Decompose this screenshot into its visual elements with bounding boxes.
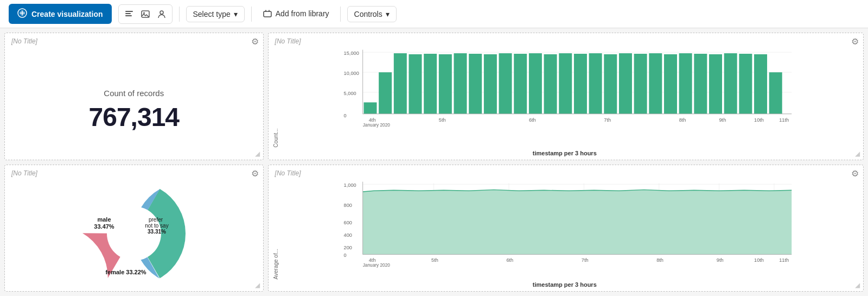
metric-display: Count of records 767,314 <box>5 47 263 160</box>
svg-rect-32 <box>604 54 617 114</box>
svg-text:10,000: 10,000 <box>343 71 359 76</box>
svg-rect-25 <box>499 53 512 114</box>
create-icon <box>17 8 27 20</box>
panel1-resize-handle[interactable]: ◢ <box>255 150 260 158</box>
bar-x-axis-label: timestamp per 3 hours <box>271 148 859 156</box>
svg-text:8th: 8th <box>656 257 663 263</box>
toolbar-divider-2 <box>251 7 252 22</box>
donut-svg: male 33.47% prefer not to say 33.31% fem… <box>74 174 194 292</box>
svg-text:10th: 10th <box>754 117 764 123</box>
svg-rect-18 <box>393 53 406 114</box>
svg-text:8th: 8th <box>679 117 686 123</box>
svg-rect-41 <box>739 54 752 114</box>
svg-rect-26 <box>514 54 527 114</box>
panel2-resize-handle[interactable]: ◢ <box>855 150 860 158</box>
svg-rect-22 <box>454 53 467 114</box>
area-chart-svg: 1,000 800 600 400 200 0 <box>279 179 859 280</box>
panel1-title: [No Title] <box>5 33 263 47</box>
svg-text:prefer: prefer <box>149 217 163 223</box>
svg-rect-3 <box>125 15 132 16</box>
create-visualization-button[interactable]: Create visualization <box>9 4 112 24</box>
svg-rect-40 <box>724 53 737 114</box>
svg-rect-33 <box>619 53 632 114</box>
svg-text:January 2020: January 2020 <box>362 262 390 268</box>
create-visualization-label: Create visualization <box>31 10 103 18</box>
svg-point-5 <box>143 12 145 14</box>
svg-rect-27 <box>528 53 541 114</box>
svg-text:6th: 6th <box>528 117 535 123</box>
bar-y-axis-label: Count... <box>271 47 279 148</box>
panel-area-chart: [No Title] ⚙ Average of... 1,000 800 600… <box>268 165 864 292</box>
text-icon-button[interactable] <box>122 7 136 21</box>
panel4-gear-button[interactable]: ⚙ <box>851 168 859 179</box>
svg-rect-23 <box>469 54 482 114</box>
svg-text:11th: 11th <box>779 257 789 263</box>
panel4-resize-handle[interactable]: ◢ <box>855 281 860 289</box>
image-icon-button[interactable] <box>138 7 152 21</box>
toolbar: Create visualization Select type <box>0 0 868 28</box>
panel1-gear-button[interactable]: ⚙ <box>251 36 259 47</box>
svg-rect-24 <box>483 54 496 114</box>
svg-text:0: 0 <box>343 252 346 257</box>
controls-chevron-icon: ▾ <box>386 10 390 18</box>
svg-rect-21 <box>438 54 451 114</box>
controls-button[interactable]: Controls ▾ <box>347 6 397 22</box>
svg-text:11th: 11th <box>779 117 789 123</box>
svg-text:7th: 7th <box>581 257 588 263</box>
panel-bar-chart: [No Title] ⚙ Count... 15,000 10,000 5,00… <box>268 33 864 160</box>
svg-rect-31 <box>589 53 602 114</box>
svg-text:800: 800 <box>343 202 352 207</box>
icon-group <box>118 4 173 24</box>
svg-rect-35 <box>649 53 662 114</box>
svg-rect-28 <box>544 54 557 114</box>
panel-metric: [No Title] ⚙ Count of records 767,314 ◢ <box>4 33 264 160</box>
svg-text:5th: 5th <box>431 257 438 263</box>
svg-text:33.31%: 33.31% <box>148 229 166 235</box>
metric-label: Count of records <box>104 89 164 98</box>
svg-text:not to say: not to say <box>145 223 168 229</box>
svg-rect-2 <box>125 13 131 14</box>
toolbar-divider-1 <box>179 7 180 22</box>
area-x-axis-label: timestamp per 3 hours <box>271 279 859 288</box>
svg-text:9th: 9th <box>719 117 726 123</box>
panel2-title: [No Title] <box>269 33 863 47</box>
svg-text:5,000: 5,000 <box>343 91 356 96</box>
svg-rect-29 <box>559 53 572 114</box>
svg-rect-19 <box>409 54 422 114</box>
svg-text:600: 600 <box>343 220 352 225</box>
svg-rect-34 <box>634 54 647 114</box>
svg-text:January 2020: January 2020 <box>362 122 390 128</box>
svg-rect-30 <box>574 54 587 114</box>
panel2-gear-button[interactable]: ⚙ <box>851 36 859 47</box>
svg-text:6th: 6th <box>506 257 513 263</box>
panel3-resize-handle[interactable]: ◢ <box>255 281 260 289</box>
user-icon-button[interactable] <box>155 7 169 21</box>
add-from-library-button[interactable]: Add from library <box>258 5 334 22</box>
svg-text:1,000: 1,000 <box>343 182 356 187</box>
svg-text:15,000: 15,000 <box>343 51 359 56</box>
svg-rect-37 <box>679 53 692 114</box>
controls-label: Controls <box>354 10 382 18</box>
select-type-button[interactable]: Select type ▾ <box>186 6 245 22</box>
svg-text:10th: 10th <box>754 257 764 263</box>
svg-rect-43 <box>769 72 782 114</box>
svg-rect-42 <box>754 54 767 114</box>
svg-text:5th: 5th <box>438 117 445 123</box>
svg-rect-7 <box>264 11 271 17</box>
svg-text:female 33.22%: female 33.22% <box>105 269 146 275</box>
svg-text:33.47%: 33.47% <box>94 223 114 230</box>
svg-text:7th: 7th <box>604 117 611 123</box>
svg-rect-20 <box>424 54 437 114</box>
svg-text:0: 0 <box>343 113 346 118</box>
library-icon <box>263 9 272 18</box>
add-library-label: Add from library <box>276 9 329 18</box>
svg-rect-1 <box>125 11 133 12</box>
panel3-gear-button[interactable]: ⚙ <box>251 168 259 179</box>
chevron-down-icon: ▾ <box>234 10 238 18</box>
bar-chart-svg: 15,000 10,000 5,000 0 <box>279 47 859 148</box>
svg-text:400: 400 <box>343 232 352 238</box>
select-type-label: Select type <box>193 10 231 18</box>
panel4-title: [No Title] <box>269 165 863 179</box>
metric-value: 767,314 <box>89 102 180 132</box>
toolbar-divider-3 <box>340 7 341 22</box>
